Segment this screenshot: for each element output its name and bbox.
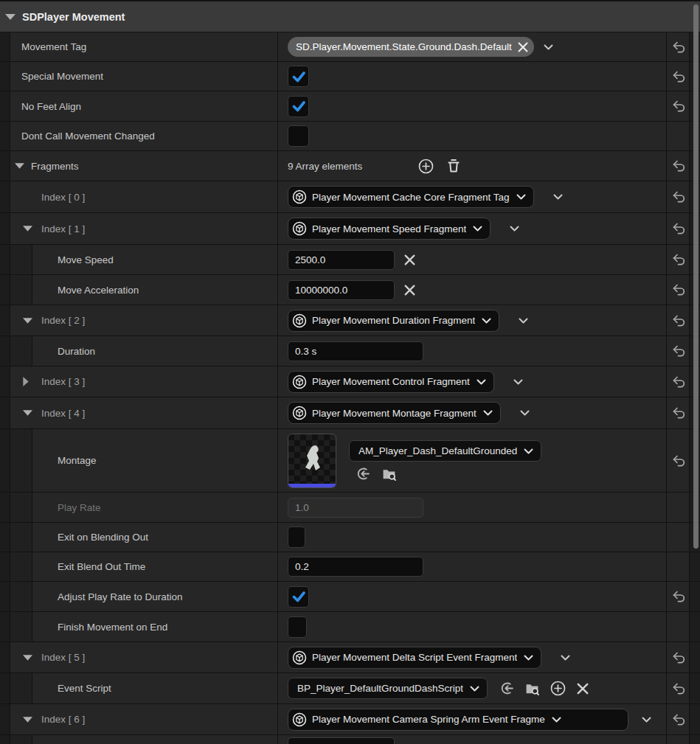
special-movement-checkbox[interactable] (288, 66, 309, 87)
combo-chevron-icon (483, 410, 493, 416)
montage-asset-thumbnail[interactable] (288, 434, 336, 488)
event-script-asset-picker[interactable]: BP_Player_DefaultGroundDashScript (288, 678, 488, 699)
row-movement-tag: Movement Tag SD.Player.Movement.State.Gr… (0, 32, 700, 62)
use-selected-asset-icon[interactable] (356, 467, 370, 480)
gutter (0, 397, 10, 428)
index-1-type-picker[interactable]: Player Movement Speed Fragment (288, 218, 491, 240)
scrollbar-thumb[interactable] (693, 4, 699, 549)
clear-value-icon[interactable] (404, 254, 415, 265)
index-0-type: Player Movement Cache Core Fragment Tag (312, 192, 510, 203)
gutter (10, 612, 32, 642)
gutter (0, 336, 10, 366)
index-2-type: Player Movement Duration Fragment (312, 315, 475, 326)
use-selected-asset-icon[interactable] (500, 682, 514, 695)
exit-blend-out-time-input[interactable] (288, 557, 423, 577)
reset-icon[interactable] (672, 714, 685, 726)
index-2-type-picker[interactable]: Player Movement Duration Fragment (288, 310, 499, 332)
montage-asset-name: AM_Player_Dash_DefaultGrounded (358, 445, 517, 456)
index-4-type: Player Movement Montage Fragment (312, 408, 477, 419)
play-rate-input (288, 498, 423, 518)
reset-icon[interactable] (672, 683, 685, 695)
reset-icon[interactable] (672, 160, 685, 172)
expander-triangle-icon[interactable] (15, 163, 24, 169)
dont-call-movement-changed-checkbox[interactable] (288, 125, 309, 147)
index-0-type-picker[interactable]: Player Movement Cache Core Fragment Tag (288, 186, 534, 208)
finish-movement-on-end-label: Finish Movement on End (58, 622, 167, 633)
reset-icon[interactable] (672, 41, 685, 53)
reset-icon[interactable] (672, 254, 685, 265)
reset-icon[interactable] (672, 652, 685, 664)
expander-triangle-icon[interactable] (23, 410, 32, 416)
clear-asset-icon[interactable] (577, 683, 589, 695)
index-4-label: Index [ 4 ] (41, 408, 85, 419)
reset-icon[interactable] (672, 191, 685, 203)
struct-icon (292, 221, 307, 236)
gutter (10, 735, 32, 744)
remove-tag-icon[interactable] (518, 42, 528, 52)
reset-icon[interactable] (672, 71, 685, 83)
finish-movement-on-end-checkbox[interactable] (288, 616, 307, 638)
adjust-play-rate-to-duration-label: Adjust Play Rate to Duration (58, 591, 183, 602)
tag-dropdown-chevron-icon[interactable] (544, 44, 553, 50)
exit-on-blending-out-label: Exit on Blending Out (58, 532, 148, 543)
struct-icon (292, 313, 307, 328)
movement-tag-value: SD.Player.Movement.State.Ground.Dash.Def… (296, 41, 512, 52)
index-6-dropdown-chevron-icon[interactable] (642, 717, 651, 723)
index-1-dropdown-chevron-icon[interactable] (510, 226, 519, 232)
create-new-asset-icon[interactable] (550, 681, 566, 696)
reset-icon[interactable] (672, 591, 685, 602)
expander-triangle-icon[interactable] (5, 14, 15, 20)
index-5-type-picker[interactable]: Player Movement Delta Script Event Fragm… (288, 647, 541, 669)
category-header-sdplayer-movement[interactable]: SDPlayer Movement (0, 1, 700, 32)
reset-icon[interactable] (672, 284, 685, 296)
gutter (0, 62, 10, 91)
move-speed-input[interactable] (288, 250, 395, 270)
collapsed-triangle-icon[interactable] (23, 377, 29, 386)
partial-input-field[interactable] (288, 737, 395, 744)
add-array-element-icon[interactable] (418, 159, 434, 174)
index-6-type-picker[interactable]: Player Movement Camera Spring Arm Event … (288, 709, 628, 731)
move-acceleration-input[interactable] (288, 280, 395, 300)
gutter (0, 704, 10, 734)
gutter (0, 523, 10, 552)
combo-chevron-icon (552, 717, 561, 723)
expander-triangle-icon[interactable] (23, 717, 32, 723)
empty-array-icon[interactable] (446, 159, 461, 173)
montage-asset-picker[interactable]: AM_Player_Dash_DefaultGrounded (349, 440, 541, 462)
gutter (0, 429, 10, 492)
reset-icon[interactable] (672, 100, 685, 112)
reset-icon[interactable] (672, 376, 685, 388)
no-feet-align-checkbox[interactable] (288, 96, 309, 117)
index-3-dropdown-chevron-icon[interactable] (513, 379, 523, 385)
index-0-dropdown-chevron-icon[interactable] (553, 194, 563, 200)
expander-triangle-icon[interactable] (23, 655, 32, 661)
asset-chevron-icon (524, 448, 533, 454)
index-5-dropdown-chevron-icon[interactable] (561, 655, 570, 661)
clear-value-icon[interactable] (404, 285, 415, 296)
row-play-rate: Play Rate (0, 493, 700, 523)
index-2-dropdown-chevron-icon[interactable] (519, 318, 528, 324)
browse-to-asset-icon[interactable] (525, 682, 539, 695)
gutter (0, 612, 10, 642)
duration-input[interactable] (288, 341, 423, 361)
movement-tag-pill[interactable]: SD.Player.Movement.State.Ground.Dash.Def… (288, 37, 534, 57)
index-3-type-picker[interactable]: Player Movement Control Fragment (288, 371, 494, 393)
expander-triangle-icon[interactable] (23, 226, 32, 232)
reset-icon[interactable] (672, 345, 685, 357)
gutter (0, 582, 10, 611)
reset-icon[interactable] (672, 223, 685, 234)
index-3-type: Player Movement Control Fragment (312, 376, 470, 387)
reset-icon[interactable] (672, 407, 685, 419)
expander-triangle-icon[interactable] (23, 318, 32, 324)
reset-icon[interactable] (672, 315, 685, 327)
browse-to-asset-icon[interactable] (382, 467, 396, 481)
movement-tag-label: Movement Tag (21, 41, 86, 52)
exit-on-blending-out-checkbox[interactable] (288, 526, 305, 548)
adjust-play-rate-to-duration-checkbox[interactable] (288, 586, 309, 608)
index-4-type-picker[interactable]: Player Movement Montage Fragment (288, 402, 501, 424)
check-icon (292, 590, 305, 603)
character-silhouette-icon (288, 434, 336, 484)
index-4-dropdown-chevron-icon[interactable] (520, 410, 530, 416)
reset-icon[interactable] (672, 455, 685, 467)
index-1-type: Player Movement Speed Fragment (312, 223, 466, 234)
